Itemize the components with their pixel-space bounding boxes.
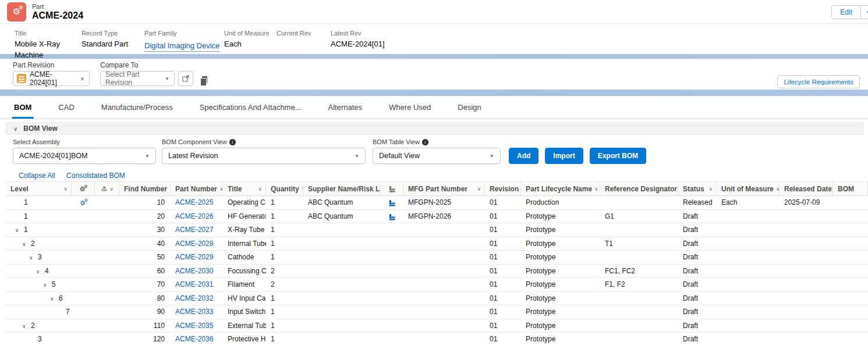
part-revision-input[interactable]: ACME-2024[01] × [13, 71, 90, 86]
compare-to-placeholder: Select Part Revision [105, 70, 165, 87]
part-number-link[interactable]: ACME-2033 [175, 308, 213, 316]
expand-chevron-icon[interactable]: ∨ [22, 241, 31, 247]
compare-to-select[interactable]: Select Part Revision ▼ [100, 71, 175, 86]
bom-view-section-title: BOM View [23, 124, 57, 133]
expand-chevron-icon[interactable]: ∨ [43, 282, 52, 288]
column-header-lifecycle[interactable]: Part Lifecycle Name∨ [521, 182, 600, 195]
tab-specifications-and-attachme-[interactable]: Specifications And Attachme... [199, 103, 303, 119]
table-row: 3120ACME-2036Protective H...101Prototype… [6, 333, 868, 346]
column-header-warn[interactable]: ⚠∨ [95, 182, 119, 195]
column-header-bom[interactable]: BOM [833, 182, 868, 195]
part-number-link[interactable]: ACME-2029 [175, 253, 213, 261]
copy-icon[interactable] [200, 76, 208, 85]
bom-table: Level∨⚙⚙⚠∨Find Number∨Part Number∨Title∨… [6, 181, 868, 346]
column-menu-chevron-icon[interactable]: ∨ [109, 186, 114, 192]
open-compare-window-button[interactable] [178, 71, 193, 86]
part-number-link[interactable]: ACME-2028 [175, 240, 213, 248]
column-menu-chevron-icon[interactable]: ∨ [594, 186, 598, 192]
column-header-level[interactable]: Level∨ [6, 182, 72, 195]
select-assembly-dropdown[interactable]: ACME-2024[01]BOM ▼ [13, 148, 156, 164]
cell-status: Draft [678, 253, 717, 261]
info-icon[interactable]: i [422, 139, 428, 145]
cell-title: Input Switch [223, 308, 266, 316]
tab-cad[interactable]: CAD [57, 103, 75, 119]
collapse-all-link[interactable]: Collapse All [19, 172, 55, 180]
cell-status: Draft [678, 212, 717, 220]
consolidated-bom-link[interactable]: Consolidated BOM [66, 172, 125, 180]
column-menu-chevron-icon[interactable]: ∨ [477, 186, 481, 192]
column-header-supplier[interactable]: Supplier Name/Risk Level∨ [303, 182, 380, 195]
part-number-link[interactable]: ACME-2030 [175, 267, 213, 275]
expand-chevron-icon[interactable]: ∨ [36, 269, 45, 274]
info-icon[interactable]: i [229, 139, 236, 145]
column-header-refdes[interactable]: Reference Designator∨ [600, 182, 678, 195]
column-header-rev[interactable]: Revision∨ [485, 182, 521, 195]
more-actions-button[interactable]: ▼ [861, 5, 868, 19]
tab-alternates[interactable]: Alternates [327, 103, 364, 119]
field-label: Current Rev [277, 28, 331, 38]
cell-part: ACME-2035 [171, 322, 223, 330]
part-number-link[interactable]: ACME-2025 [175, 198, 213, 206]
level-value: 1 [24, 198, 28, 206]
part-number-link[interactable]: ACME-2035 [175, 322, 213, 330]
cell-lifecycle: Prototype [521, 240, 600, 248]
compare-to-label: Compare To [100, 61, 208, 69]
part-number-link[interactable]: ACME-2032 [175, 294, 213, 302]
column-menu-chevron-icon[interactable]: ∨ [258, 186, 262, 192]
column-header-mfg[interactable]: MFG Part Number∨ [403, 182, 485, 195]
bom-component-view-dropdown[interactable]: Latest Revision ▼ [162, 148, 366, 164]
add-button[interactable]: Add [509, 148, 538, 164]
cell-part: ACME-2028 [171, 240, 223, 248]
cell-part: ACME-2027 [171, 226, 223, 234]
bom-view-section-header[interactable]: ∨ BOM View [6, 122, 863, 135]
field-value-link[interactable]: Digital Imaging Device [144, 40, 219, 52]
expand-chevron-icon[interactable]: ∨ [22, 323, 31, 329]
cell-qty: 2 [266, 267, 303, 275]
table-row: ∨240ACME-2028Internal Tube101PrototypeT1… [6, 237, 868, 251]
column-menu-chevron-icon[interactable]: ∨ [63, 186, 68, 192]
column-header-status[interactable]: Status∨ [678, 182, 717, 195]
tab-where-used[interactable]: Where Used [388, 103, 432, 119]
tab-design[interactable]: Design [456, 103, 482, 119]
cell-qty: 2 [266, 280, 303, 288]
column-header-part[interactable]: Part Number∨ [171, 182, 223, 195]
cell-qty: 1 [266, 212, 303, 220]
lifecycle-requirements-button[interactable]: Lifecycle Requirements [777, 75, 860, 88]
cell-find: 20 [119, 212, 171, 220]
cell-find: 90 [119, 308, 171, 316]
column-header-mfgicon[interactable] [380, 182, 403, 195]
cell-lifecycle: Prototype [521, 308, 600, 316]
bom-quick-links: Collapse All Consolidated BOM [0, 171, 868, 181]
edit-button[interactable]: Edit [831, 5, 861, 19]
bom-table-view-dropdown[interactable]: Default View ▼ [373, 148, 501, 164]
field-label: Title [15, 28, 82, 38]
part-number-link[interactable]: ACME-2036 [175, 335, 213, 343]
cell-level: ∨5 [6, 280, 72, 288]
tab-manufacture-process[interactable]: Manufacture/Process [100, 103, 174, 119]
cell-status: Draft [678, 322, 717, 330]
import-button[interactable]: Import [545, 148, 583, 164]
column-header-released[interactable]: Released Date∨ [780, 182, 833, 195]
column-menu-chevron-icon[interactable]: ∨ [708, 186, 713, 192]
clear-revision-icon[interactable]: × [79, 74, 86, 83]
tab-bom[interactable]: BOM [13, 103, 33, 119]
column-header-title[interactable]: Title∨ [223, 182, 266, 195]
sourcing-gear-icon[interactable]: ⚙⚙ [80, 199, 88, 206]
sourcing-gear-icon: ⚙⚙ [79, 184, 87, 193]
expand-chevron-icon[interactable]: ∨ [15, 227, 24, 233]
export-bom-button[interactable]: Export BOM [590, 148, 646, 164]
part-number-link[interactable]: ACME-2031 [175, 280, 213, 288]
level-value: 5 [52, 280, 56, 288]
select-assembly-value: ACME-2024[01]BOM [19, 152, 145, 160]
column-header-gear[interactable]: ⚙⚙ [72, 182, 95, 195]
column-header-label: MFG Part Number [408, 185, 467, 193]
part-number-link[interactable]: ACME-2026 [175, 212, 213, 220]
detail-field-unit-of-measure: Unit of MeasureEach [224, 28, 277, 54]
part-number-link[interactable]: ACME-2027 [175, 226, 213, 234]
expand-chevron-icon[interactable]: ∨ [29, 255, 38, 261]
expand-chevron-icon[interactable]: ∨ [50, 296, 59, 302]
column-header-find[interactable]: Find Number∨ [119, 182, 171, 195]
factory-icon [388, 186, 396, 192]
column-header-qty[interactable]: Quantity∨ [266, 182, 303, 195]
column-header-uom[interactable]: Unit of Measure∨ [717, 182, 780, 195]
